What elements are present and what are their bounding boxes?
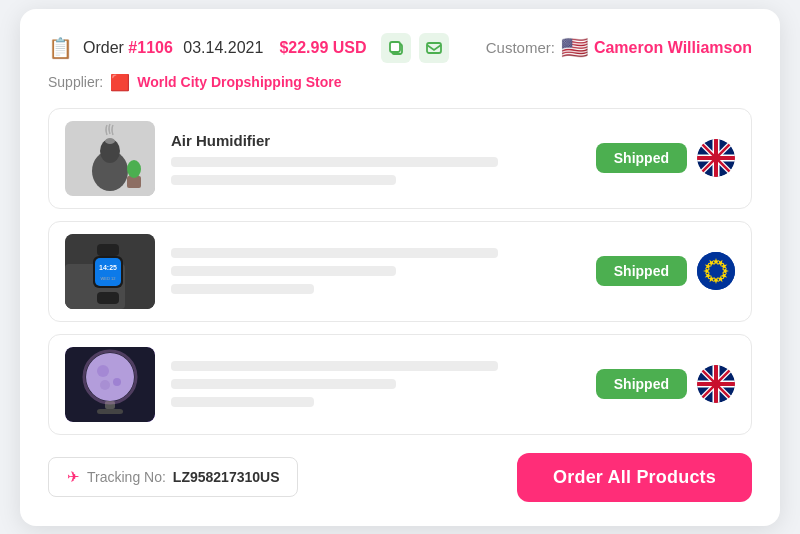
product-actions: Shipped bbox=[596, 252, 735, 290]
skeleton-bar bbox=[171, 266, 396, 276]
tracking-number: LZ958217310US bbox=[173, 469, 280, 485]
skeleton-bar bbox=[171, 248, 498, 258]
product-actions: Shipped bbox=[596, 139, 735, 177]
svg-rect-1 bbox=[390, 42, 400, 52]
svg-point-6 bbox=[105, 138, 115, 144]
svg-rect-25 bbox=[95, 258, 121, 286]
shipped-badge: Shipped bbox=[596, 256, 687, 286]
order-label: Order #1106 03.14.2021 bbox=[83, 39, 263, 57]
tracking-box: ✈ Tracking No: LZ958217310US bbox=[48, 457, 298, 497]
product-image-moon bbox=[65, 347, 155, 422]
skeleton-bar bbox=[171, 175, 396, 185]
order-price: $22.99 USD bbox=[279, 39, 366, 57]
shipped-badge: Shipped bbox=[596, 369, 687, 399]
svg-point-43 bbox=[86, 353, 134, 401]
skeleton-bar bbox=[171, 157, 498, 167]
tracking-label: Tracking No: bbox=[87, 469, 166, 485]
svg-text:WED 12: WED 12 bbox=[101, 276, 117, 281]
order-date: 03.14.2021 bbox=[183, 39, 263, 56]
customer-section: Customer: 🇺🇸 Cameron Williamson bbox=[486, 35, 752, 61]
header-row: 📋 Order #1106 03.14.2021 $22.99 USD Cust… bbox=[48, 33, 752, 63]
product-name: Air Humidifier bbox=[171, 132, 580, 149]
product-info: Air Humidifier bbox=[171, 132, 580, 185]
svg-text:14:25: 14:25 bbox=[99, 264, 117, 271]
supplier-name[interactable]: World City Dropshipping Store bbox=[137, 74, 341, 90]
skeleton-bar bbox=[171, 397, 314, 407]
order-number: #1106 bbox=[128, 39, 173, 56]
skeleton-bar bbox=[171, 361, 498, 371]
supplier-icon: 🟥 bbox=[110, 73, 130, 92]
svg-point-28 bbox=[697, 252, 735, 290]
order-card: 📋 Order #1106 03.14.2021 $22.99 USD Cust… bbox=[20, 9, 780, 526]
skeleton-bar bbox=[171, 284, 314, 294]
order-text: Order bbox=[83, 39, 124, 56]
plane-icon: ✈ bbox=[67, 468, 80, 486]
us-flag-icon: 🇺🇸 bbox=[561, 35, 588, 61]
svg-point-46 bbox=[100, 380, 110, 390]
skeleton-bar bbox=[171, 379, 396, 389]
svg-point-8 bbox=[127, 160, 141, 178]
supplier-row: Supplier: 🟥 World City Dropshipping Stor… bbox=[48, 73, 752, 92]
eu-flag-icon bbox=[697, 252, 735, 290]
order-icon: 📋 bbox=[48, 36, 73, 60]
copy-icon-button[interactable] bbox=[381, 33, 411, 63]
svg-rect-2 bbox=[427, 43, 441, 53]
product-info bbox=[171, 248, 580, 294]
product-list: Air Humidifier Shipped bbox=[48, 108, 752, 435]
uk-flag-icon bbox=[697, 365, 735, 403]
footer-row: ✈ Tracking No: LZ958217310US Order All P… bbox=[48, 453, 752, 502]
supplier-label: Supplier: bbox=[48, 74, 103, 90]
svg-rect-48 bbox=[97, 409, 123, 414]
customer-label: Customer: bbox=[486, 39, 555, 56]
email-icon-button[interactable] bbox=[419, 33, 449, 63]
product-card: 14:25 WED 12 Shipped bbox=[48, 221, 752, 322]
shipped-badge: Shipped bbox=[596, 143, 687, 173]
svg-rect-23 bbox=[97, 292, 119, 304]
product-image-humidifier bbox=[65, 121, 155, 196]
svg-point-45 bbox=[113, 378, 121, 386]
order-all-button[interactable]: Order All Products bbox=[517, 453, 752, 502]
svg-point-44 bbox=[97, 365, 109, 377]
product-info bbox=[171, 361, 580, 407]
product-actions: Shipped bbox=[596, 365, 735, 403]
svg-rect-22 bbox=[97, 244, 119, 256]
product-card: Shipped bbox=[48, 334, 752, 435]
action-icons bbox=[381, 33, 449, 63]
product-image-watch: 14:25 WED 12 bbox=[65, 234, 155, 309]
customer-name: Cameron Williamson bbox=[594, 39, 752, 57]
product-card: Air Humidifier Shipped bbox=[48, 108, 752, 209]
uk-flag-icon bbox=[697, 139, 735, 177]
